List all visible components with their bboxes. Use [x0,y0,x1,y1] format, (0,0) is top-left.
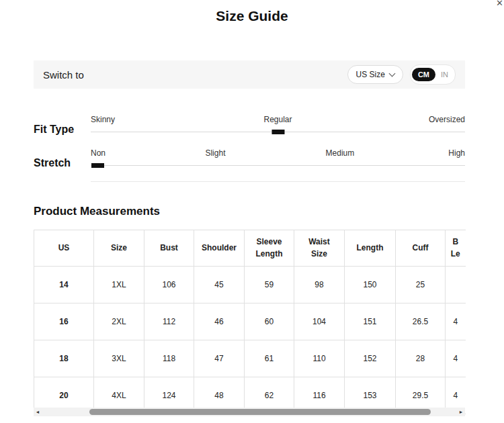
product-measurements-heading: Product Measurements [34,205,160,218]
size-system-value: US Size [356,70,385,79]
scroll-left-arrow-icon[interactable]: ◄ [34,408,42,416]
fit-option-oversized: Oversized [429,115,465,124]
horizontal-scrollbar[interactable]: ◄ ► [34,408,465,416]
table-cell: 104 [294,303,345,340]
col-header-size: Size [94,230,144,267]
section-divider [91,181,465,182]
stretch-option-medium: Medium [326,148,355,158]
table-cell: 151 [345,303,396,340]
table-cell: 14 [34,267,94,303]
table-cell: 4 [446,303,466,340]
close-icon[interactable]: ✕ [496,0,503,8]
table-cell: 3XL [94,340,144,377]
table-cell: 47 [194,340,245,377]
table-cell: 2XL [94,303,144,340]
switch-controls: US Size CM IN [347,64,456,85]
unit-cm-option[interactable]: CM [412,68,435,81]
table-cell: 4 [446,340,466,377]
table-cell: 18 [34,340,94,377]
table-cell: 45 [194,267,245,303]
table-cell: 98 [294,267,345,303]
stretch-indicator[interactable] [91,163,104,168]
table-cell: 61 [245,340,294,377]
table-cell: 150 [345,267,396,303]
stretch-option-non: Non [91,148,106,158]
measurements-tbody: 141XL10645599815025162XL112466010415126.… [34,267,466,414]
col-header-sleeve-length: Sleeve Length [245,230,294,267]
measurements-table: US Size Bust Shoulder Sleeve Length Wais… [34,230,466,414]
table-cell: 26.5 [396,303,446,340]
stretch-track-area: Non Slight Medium High [91,144,465,174]
switch-bar: Switch to US Size CM IN [34,60,465,89]
table-cell: 46 [194,303,245,340]
col-header-cuff: Cuff [396,230,446,267]
fit-option-skinny: Skinny [91,115,115,124]
size-guide-dialog: ✕ Size Guide Switch to US Size CM IN Fit… [0,0,504,423]
stretch-slider: Stretch Non Slight Medium High [34,144,465,174]
scrollbar-thumb[interactable] [89,409,430,415]
table-cell: 112 [144,303,194,340]
unit-in-option[interactable]: IN [435,68,454,81]
size-system-dropdown[interactable]: US Size [347,65,403,84]
table-cell [446,267,466,303]
table-cell: 59 [245,267,294,303]
fit-option-regular: Regular [263,115,292,124]
table-header-row: US Size Bust Shoulder Sleeve Length Wais… [34,230,466,267]
table-cell: 152 [345,340,396,377]
col-header-waist-size: Waist Size [294,230,345,267]
scroll-right-arrow-icon[interactable]: ► [457,408,465,416]
table-row: 141XL10645599815025 [34,267,466,303]
page-title: Size Guide [0,8,504,24]
table-cell: 118 [144,340,194,377]
switch-to-label: Switch to [43,69,84,81]
table-cell: 110 [294,340,345,377]
table-cell: 16 [34,303,94,340]
col-header-bust: Bust [144,230,194,267]
col-header-us: US [34,230,94,267]
table-cell: 60 [245,303,294,340]
unit-toggle[interactable]: CM IN [410,64,456,85]
table-cell: 106 [144,267,194,303]
col-header-shoulder: Shoulder [194,230,245,267]
measurements-table-wrap: US Size Bust Shoulder Sleeve Length Wais… [34,230,465,414]
fit-type-indicator[interactable] [271,130,284,134]
table-cell: 1XL [94,267,144,303]
table-row: 183XL1184761110152284 [34,340,466,377]
stretch-label: Stretch [34,157,71,169]
col-header-clipped: B Le [446,230,466,267]
stretch-option-slight: Slight [205,148,225,158]
stretch-track [91,165,465,166]
col-header-length: Length [345,230,396,267]
table-cell: 25 [396,267,446,303]
stretch-option-high: High [448,148,465,158]
fit-type-slider: Fit Type Skinny Regular Oversized [34,111,465,140]
fit-type-label: Fit Type [34,124,74,136]
table-cell: 28 [396,340,446,377]
fit-type-track-area: Skinny Regular Oversized [91,111,465,140]
table-row: 162XL112466010415126.54 [34,303,466,340]
chevron-down-icon [388,70,395,77]
